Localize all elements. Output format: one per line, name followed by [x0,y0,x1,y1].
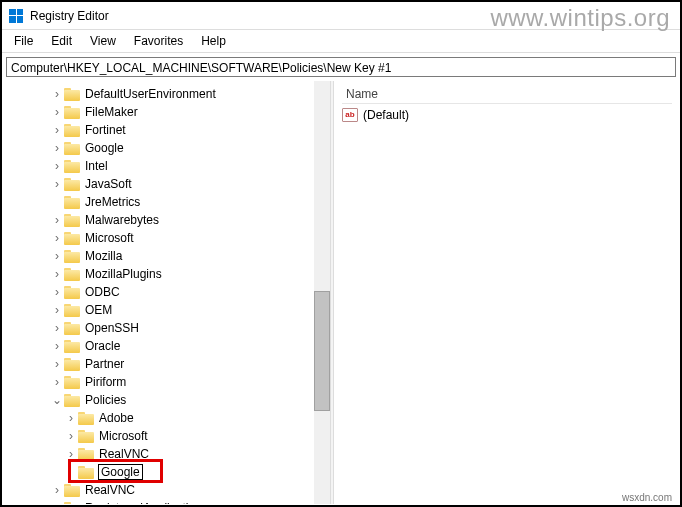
chevron-right-icon[interactable]: › [50,124,64,136]
chevron-right-icon[interactable]: › [50,232,64,244]
tree-item[interactable]: ›MozillaPlugins [8,265,330,283]
tree-item-label: Partner [84,357,125,371]
value-name: (Default) [362,108,410,122]
chevron-right-icon[interactable]: › [50,214,64,226]
chevron-right-icon[interactable]: › [50,178,64,190]
chevron-right-icon[interactable]: › [50,340,64,352]
folder-icon [64,484,80,497]
tree-item[interactable]: Google [8,463,330,481]
menu-file[interactable]: File [6,32,41,50]
tree-item-label: ODBC [84,285,121,299]
tree-item-label-editing[interactable]: Google [98,464,143,480]
tree-item[interactable]: ›JavaSoft [8,175,330,193]
tree-item[interactable]: ›Fortinet [8,121,330,139]
tree-item[interactable]: ›Intel [8,157,330,175]
folder-icon [64,304,80,317]
tree-item-label: Intel [84,159,109,173]
menubar: File Edit View Favorites Help [2,30,680,53]
folder-icon [78,412,94,425]
chevron-right-icon[interactable]: › [50,376,64,388]
folder-icon [64,286,80,299]
chevron-right-icon[interactable]: › [50,304,64,316]
folder-icon [64,106,80,119]
tree-item-label: RealVNC [98,447,150,461]
tree-item[interactable]: ›Partner [8,355,330,373]
folder-icon [78,466,94,479]
tree-item[interactable]: ›Adobe [8,409,330,427]
chevron-right-icon[interactable]: › [64,448,78,460]
value-row[interactable]: ab (Default) [342,106,672,124]
folder-icon [64,214,80,227]
tree-item-label: Microsoft [98,429,149,443]
chevron-right-icon[interactable]: › [50,160,64,172]
tree-scrollbar-thumb[interactable] [314,291,330,411]
chevron-right-icon[interactable]: › [50,106,64,118]
tree-item[interactable]: ›OEM [8,301,330,319]
chevron-right-icon[interactable]: › [50,502,64,504]
tree-item[interactable]: JreMetrics [8,193,330,211]
tree[interactable]: ›DefaultUserEnvironment›FileMaker›Fortin… [2,81,330,504]
tree-item-label: DefaultUserEnvironment [84,87,217,101]
chevron-right-icon[interactable]: › [50,322,64,334]
chevron-down-icon[interactable]: ⌄ [50,394,64,406]
tree-item[interactable]: ›RealVNC [8,445,330,463]
menu-favorites[interactable]: Favorites [126,32,191,50]
string-value-icon: ab [342,108,358,122]
tree-item-label: Adobe [98,411,135,425]
chevron-right-icon[interactable]: › [50,286,64,298]
chevron-right-icon[interactable]: › [64,412,78,424]
chevron-right-icon[interactable]: › [50,358,64,370]
folder-icon [64,88,80,101]
tree-item[interactable]: ›RealVNC [8,481,330,499]
tree-item[interactable]: ›Microsoft [8,229,330,247]
folder-icon [64,196,80,209]
tree-item-label: Malwarebytes [84,213,160,227]
tree-item-label: RealVNC [84,483,136,497]
folder-icon [64,376,80,389]
regedit-icon [8,8,24,24]
chevron-right-icon[interactable]: › [50,88,64,100]
folder-icon [64,142,80,155]
tree-scrollbar-track[interactable] [314,81,330,504]
tree-item[interactable]: ›Microsoft [8,427,330,445]
column-header-name[interactable]: Name [342,85,672,104]
chevron-right-icon[interactable]: › [64,430,78,442]
window-title: Registry Editor [30,9,109,23]
folder-icon [64,250,80,263]
tree-item[interactable]: ⌄Policies [8,391,330,409]
tree-item-label: Google [84,141,125,155]
tree-item[interactable]: ›Google [8,139,330,157]
tree-item-label: OEM [84,303,113,317]
chevron-right-icon[interactable]: › [50,250,64,262]
tree-item-label: Fortinet [84,123,127,137]
chevron-right-icon[interactable]: › [50,484,64,496]
folder-icon [64,358,80,371]
tree-item[interactable]: ›Mozilla [8,247,330,265]
tree-item-label: FileMaker [84,105,139,119]
content-area: ›DefaultUserEnvironment›FileMaker›Fortin… [2,81,680,504]
tree-item-label: Piriform [84,375,127,389]
address-bar[interactable]: Computer\HKEY_LOCAL_MACHINE\SOFTWARE\Pol… [6,57,676,77]
chevron-right-icon[interactable]: › [50,142,64,154]
tree-item-label: JreMetrics [84,195,141,209]
folder-icon [64,160,80,173]
folder-icon [64,502,80,505]
tree-item[interactable]: ›Malwarebytes [8,211,330,229]
folder-icon [64,268,80,281]
folder-icon [64,232,80,245]
titlebar: Registry Editor [2,2,680,30]
tree-item[interactable]: ›Piriform [8,373,330,391]
folder-icon [78,448,94,461]
menu-help[interactable]: Help [193,32,234,50]
chevron-right-icon[interactable]: › [50,268,64,280]
tree-item[interactable]: ›ODBC [8,283,330,301]
menu-view[interactable]: View [82,32,124,50]
tree-item[interactable]: ›DefaultUserEnvironment [8,85,330,103]
tree-item[interactable]: ›Oracle [8,337,330,355]
values-pane: Name ab (Default) [334,81,680,504]
tree-item[interactable]: ›OpenSSH [8,319,330,337]
tree-item[interactable]: ›RegisteredApplications [8,499,330,504]
menu-edit[interactable]: Edit [43,32,80,50]
folder-icon [64,340,80,353]
tree-item[interactable]: ›FileMaker [8,103,330,121]
